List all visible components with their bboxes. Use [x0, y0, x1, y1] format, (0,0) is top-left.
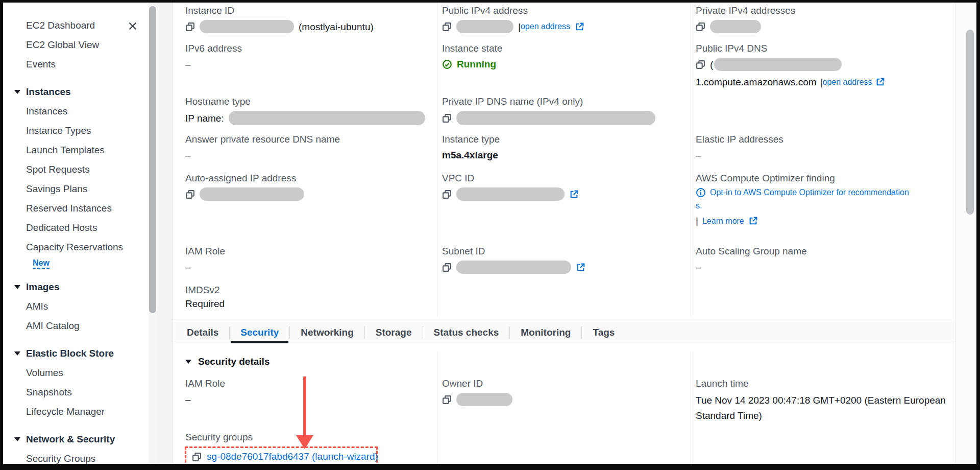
collapse-triangle-icon — [14, 90, 20, 94]
sidebar-scrollbar-thumb[interactable] — [149, 6, 156, 313]
sidebar-item-capacity-reservations[interactable]: Capacity Reservations — [3, 238, 148, 257]
sidebar-item-instance-types[interactable]: Instance Types — [3, 121, 148, 140]
window-border-top — [0, 0, 980, 3]
copy-icon[interactable] — [192, 452, 202, 462]
column-divider — [691, 3, 691, 317]
field-public-ipv4: Public IPv4 address |open address — [442, 4, 679, 33]
sidebar-item-savings-plans[interactable]: Savings Plans — [3, 179, 148, 199]
copy-icon[interactable] — [442, 113, 452, 123]
column-divider — [437, 3, 437, 317]
field-subnet-id: Subnet ID — [442, 245, 679, 274]
field-public-dns: Public IPv4 DNS ( 1.compute.amazonaws.co… — [696, 42, 951, 88]
sidebar-section-images[interactable]: Images — [3, 277, 148, 297]
redacted-auto-ip — [200, 187, 304, 201]
answer-private-dns-value: – — [185, 149, 191, 161]
field-hostname-type: Hostname type IP name: — [185, 95, 425, 125]
tab-tags[interactable]: Tags — [582, 322, 625, 343]
optimizer-opt-in-link[interactable]: Opt-in to AWS Compute Optimizer for reco… — [710, 188, 909, 197]
learn-more-link[interactable]: Learn more — [702, 217, 744, 226]
redacted-private-dns — [456, 111, 655, 125]
sidebar-item-spot-requests[interactable]: Spot Requests — [3, 160, 148, 179]
field-instance-state: Instance state Running — [442, 42, 679, 70]
collapse-triangle-icon — [14, 437, 20, 441]
sidebar-section-elastic-block-store[interactable]: Elastic Block Store — [3, 344, 148, 363]
security-details-expander[interactable]: Security details — [185, 356, 270, 367]
public-dns-prefix: ( — [710, 58, 713, 71]
field-ipv6-address: IPv6 address – — [185, 42, 425, 70]
hostname-prefix: IP name: — [185, 112, 224, 125]
sidebar-item-ami-catalog[interactable]: AMI Catalog — [3, 316, 148, 336]
copy-icon[interactable] — [442, 395, 452, 405]
external-link-icon[interactable] — [875, 77, 885, 87]
sidebar-item-launch-templates[interactable]: Launch Templates — [3, 140, 148, 160]
column-divider — [437, 351, 437, 464]
open-address-link[interactable]: open address — [823, 78, 872, 87]
ec2-console-window: EC2 Dashboard EC2 Global View Events Ins… — [0, 0, 980, 470]
copy-icon[interactable] — [185, 190, 195, 199]
sidebar-item-lifecycle-manager[interactable]: Lifecycle Manager — [3, 402, 148, 421]
sidebar-section-instances[interactable]: Instances — [3, 82, 148, 102]
elastic-ip-value: – — [696, 149, 701, 161]
sidebar-item-dedicated-hosts[interactable]: Dedicated Hosts — [3, 218, 148, 238]
copy-icon[interactable] — [696, 22, 705, 32]
sidebar-section-label: Images — [26, 281, 59, 292]
sidebar-section-label: Elastic Block Store — [26, 348, 114, 359]
security-details-title: Security details — [198, 356, 270, 367]
sidebar-item-volumes[interactable]: Volumes — [3, 363, 148, 383]
ipv6-value: – — [185, 58, 191, 70]
tab-status-checks[interactable]: Status checks — [423, 322, 510, 343]
sidebar-item-security-groups[interactable]: Security Groups — [3, 449, 148, 464]
copy-icon[interactable] — [185, 22, 195, 32]
iam-role-value: – — [185, 261, 191, 273]
close-icon[interactable] — [127, 20, 138, 32]
copy-icon[interactable] — [442, 190, 452, 199]
sidebar-item-amis[interactable]: AMIs — [3, 297, 148, 316]
sidebar-item-ec2-dashboard[interactable]: EC2 Dashboard — [3, 16, 148, 35]
instance-type-value: m5a.4xlarge — [442, 149, 498, 161]
copy-icon[interactable] — [442, 22, 452, 32]
external-link-icon[interactable] — [748, 216, 758, 226]
sidebar-item-reserved-instances[interactable]: Reserved Instances — [3, 199, 148, 218]
field-answer-private-dns: Answer private resource DNS name – — [185, 133, 425, 161]
sidebar-item-instances[interactable]: Instances — [3, 102, 148, 121]
optimizer-opt-in-link-wrap[interactable]: s. — [696, 201, 702, 210]
field-launch-time: Launch time Tue Nov 14 2023 00:47:18 GMT… — [696, 377, 946, 424]
tab-details[interactable]: Details — [176, 322, 229, 343]
main-scrollbar-thumb[interactable] — [966, 30, 974, 215]
field-imdsv2: IMDSv2 Required — [185, 284, 425, 310]
external-link-icon[interactable] — [575, 22, 584, 32]
ec2-sidebar: EC2 Dashboard EC2 Global View Events Ins… — [3, 3, 148, 464]
field-iam-role: IAM Role – — [185, 245, 425, 273]
tab-monitoring[interactable]: Monitoring — [510, 322, 581, 343]
sidebar-item-snapshots[interactable]: Snapshots — [3, 383, 148, 402]
redacted-vpc-id — [456, 187, 565, 201]
redacted-owner-id — [456, 393, 512, 406]
sidebar-item-events[interactable]: Events — [3, 55, 148, 74]
imdsv2-value: Required — [185, 297, 225, 310]
sidebar-section-network-security[interactable]: Network & Security — [3, 430, 148, 449]
redacted-subnet-id — [456, 261, 571, 274]
annotation-arrow-head — [296, 435, 313, 449]
security-group-link[interactable]: sg-08de76017fabd6437 (launch-wizard) — [207, 451, 378, 462]
field-vpc-id: VPC ID — [442, 172, 679, 201]
status-ok-icon — [442, 59, 452, 69]
field-compute-optimizer: AWS Compute Optimizer finding Opt-in to … — [696, 172, 956, 227]
external-link-icon[interactable] — [576, 263, 585, 272]
tab-networking[interactable]: Networking — [290, 322, 364, 343]
sidebar-section-label: Instances — [26, 86, 71, 97]
open-address-link[interactable]: open address — [521, 22, 570, 31]
external-link-icon[interactable] — [569, 190, 579, 199]
copy-icon[interactable] — [696, 60, 705, 69]
tab-storage[interactable]: Storage — [365, 322, 423, 343]
redacted-instance-id — [200, 20, 294, 33]
tab-security[interactable]: Security — [230, 322, 289, 343]
sidebar-gutter — [157, 3, 173, 464]
sidebar-item-ec2-global-view[interactable]: EC2 Global View — [3, 35, 148, 55]
info-icon[interactable] — [696, 187, 706, 198]
copy-icon[interactable] — [442, 263, 452, 272]
annotation-arrow — [303, 377, 306, 437]
redacted-public-dns — [714, 58, 842, 71]
instance-name: (mostlyai-ubuntu) — [299, 20, 374, 33]
new-badge[interactable]: New — [33, 258, 50, 269]
collapse-triangle-icon — [14, 285, 20, 289]
